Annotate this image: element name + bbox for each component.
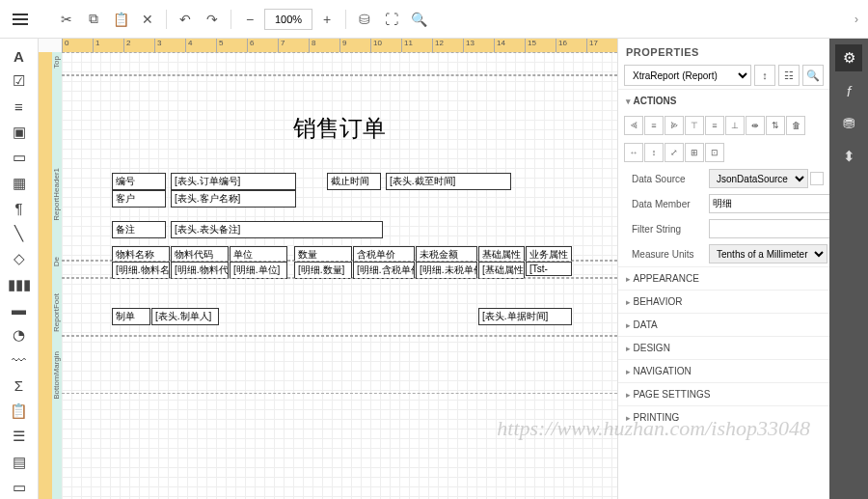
section-navigation[interactable]: NAVIGATION	[618, 359, 829, 382]
align-right[interactable]: ⫸	[665, 116, 684, 135]
line-tool[interactable]: ╲	[6, 222, 33, 245]
section-design[interactable]: DESIGN	[618, 336, 829, 359]
element-selector[interactable]: XtraReport (Report)	[624, 65, 751, 86]
list-tool[interactable]: ☰	[6, 425, 33, 448]
align-middle[interactable]: ≡	[705, 116, 724, 135]
section-page-settings[interactable]: PAGE SETTINGS	[618, 382, 829, 405]
chart-tool[interactable]: ▬	[6, 298, 33, 321]
size-h[interactable]: ↕	[644, 143, 664, 162]
undo-button[interactable]: ↶	[173, 7, 198, 32]
table-tool[interactable]: ▦	[6, 171, 33, 194]
sum-tool[interactable]: Σ	[6, 374, 33, 398]
field-order-no[interactable]: [表头.订单编号]	[171, 173, 296, 190]
right-rail: ⚙ f ⛃ ⬍	[829, 39, 868, 499]
field-remark[interactable]: [表头.表头备注]	[171, 221, 383, 238]
cell-d6[interactable]: [明细.未税单价]	[416, 262, 477, 279]
menu-button[interactable]	[6, 5, 35, 34]
align-toolbar: ⫷ ≡ ⫸ ⊤ ≡ ⊥ ⇼ ⇅ 🗑	[618, 112, 829, 139]
label-maker[interactable]: 制单	[112, 308, 150, 325]
dist-v[interactable]: ⇅	[766, 116, 785, 135]
detail-band[interactable]: [明细.物料名称] [明细.物料代码] [明细.单位] [明细.数量] [明细.…	[62, 261, 617, 278]
band-labels: Top ReportHeader1 De ReportFoot BottomMa…	[52, 52, 62, 499]
trash-icon[interactable]: 🗑	[786, 116, 805, 135]
band-label-detail: De	[52, 257, 61, 266]
settings-tab[interactable]: ⚙	[835, 44, 862, 71]
label-deadline[interactable]: 截止时间	[327, 173, 381, 190]
cut-button[interactable]: ✂	[54, 7, 79, 32]
cell-d4[interactable]: [明细.数量]	[294, 262, 352, 279]
zoom-input[interactable]	[264, 9, 312, 30]
label-order-no[interactable]: 编号	[112, 173, 166, 190]
explorer-tab[interactable]: ⬍	[835, 143, 862, 170]
cell-d7[interactable]: [基础属性]	[478, 262, 525, 279]
barcode-tool[interactable]: ▮▮▮	[6, 273, 33, 296]
picture-tool[interactable]: ▣	[6, 121, 33, 144]
align-center-h[interactable]: ≡	[644, 116, 664, 135]
sparkline-tool[interactable]: 〰	[6, 348, 33, 372]
fullscreen-button[interactable]: ⛶	[379, 7, 404, 32]
measure-units-select[interactable]: Tenths of a Millimeter	[709, 244, 827, 263]
row-data-source: Data Source JsonDataSource	[618, 166, 829, 191]
data-source-chk[interactable]	[810, 172, 824, 185]
align-bottom[interactable]: ⊥	[725, 116, 745, 135]
section-appearance[interactable]: APPEARANCE	[618, 266, 829, 290]
cell-d1[interactable]: [明细.物料名称]	[112, 262, 170, 279]
data-source-select[interactable]: JsonDataSource	[709, 169, 808, 188]
filter-string-input[interactable]	[709, 219, 839, 238]
cell-d2[interactable]: [明细.物料代码]	[171, 262, 229, 279]
section-printing[interactable]: PRINTING	[618, 405, 829, 429]
zoom-in-button[interactable]: +	[314, 7, 339, 32]
size-snap[interactable]: ⊡	[705, 143, 724, 162]
size-w[interactable]: ↔	[624, 143, 643, 162]
zoom-out-button[interactable]: −	[237, 7, 262, 32]
shape-tool[interactable]: ◇	[6, 247, 33, 270]
sort-button[interactable]: ↕	[754, 65, 775, 86]
page-tool[interactable]: ▭	[6, 476, 33, 499]
align-top[interactable]: ⊤	[685, 116, 704, 135]
cell-d3[interactable]: [明细.单位]	[230, 262, 287, 279]
copy-button[interactable]: ⧉	[81, 7, 106, 32]
dist-h[interactable]: ⇼	[746, 116, 765, 135]
reportheader-band[interactable]: 销售订单 编号 [表头.订单编号] 截止时间 [表头.截至时间] 客户 [表头.…	[62, 75, 617, 261]
label-customer[interactable]: 客户	[112, 190, 166, 208]
gauge-tool[interactable]: ◔	[6, 323, 33, 347]
subreport-tool[interactable]: ▤	[6, 451, 33, 474]
datasource-button[interactable]: ⛁	[352, 7, 377, 32]
field-deadline[interactable]: [表头.截至时间]	[386, 173, 511, 190]
label-remark[interactable]: 备注	[112, 221, 166, 238]
panel-tool[interactable]: ▭	[6, 146, 33, 169]
topmargin-band[interactable]	[62, 52, 617, 75]
report-title[interactable]: 销售订单	[293, 113, 386, 144]
paste-button[interactable]: 📋	[108, 7, 133, 32]
report-surface[interactable]: 销售订单 编号 [表头.订单编号] 截止时间 [表头.截至时间] 客户 [表头.…	[62, 52, 617, 499]
clipboard-tool[interactable]: 📋	[6, 400, 33, 423]
characterset-tool[interactable]: ¶	[6, 197, 33, 220]
bottommargin-band[interactable]	[62, 336, 617, 394]
section-data[interactable]: DATA	[618, 313, 829, 336]
richtext-tool[interactable]: ≡	[6, 96, 33, 119]
expand-right-icon[interactable]: ›	[854, 13, 858, 26]
section-actions[interactable]: ACTIONS	[618, 89, 829, 112]
redo-button[interactable]: ↷	[200, 7, 225, 32]
design-canvas[interactable]: 01234567891011121314151617 Top ReportHea…	[39, 39, 617, 499]
category-button[interactable]: ☷	[778, 65, 800, 86]
expressions-tab[interactable]: f	[835, 77, 862, 104]
cell-d5[interactable]: [明细.含税单价]	[353, 262, 415, 279]
search-prop-button[interactable]: 🔍	[802, 65, 824, 86]
align-left[interactable]: ⫷	[624, 116, 643, 135]
band-label-header: ReportHeader1	[52, 168, 61, 221]
reportfooter-band[interactable]: 制单 [表头.制单人] [表头.单据时间]	[62, 278, 617, 336]
field-maker[interactable]: [表头.制单人]	[151, 308, 219, 325]
preview-button[interactable]: 🔍	[406, 7, 431, 32]
field-customer[interactable]: [表头.客户名称]	[171, 190, 296, 208]
data-member-input[interactable]	[709, 194, 839, 213]
delete-button[interactable]: ✕	[135, 7, 160, 32]
data-tab[interactable]: ⛃	[835, 110, 862, 137]
size-grid[interactable]: ⊞	[685, 143, 704, 162]
section-behavior[interactable]: BEHAVIOR	[618, 290, 829, 313]
cell-d8[interactable]: [Tst-	[526, 262, 572, 276]
field-bill-time[interactable]: [表头.单据时间]	[478, 308, 572, 325]
size-both[interactable]: ⤢	[665, 143, 684, 162]
checkbox-tool[interactable]: ☑	[6, 69, 33, 93]
label-tool[interactable]: A	[6, 44, 33, 68]
